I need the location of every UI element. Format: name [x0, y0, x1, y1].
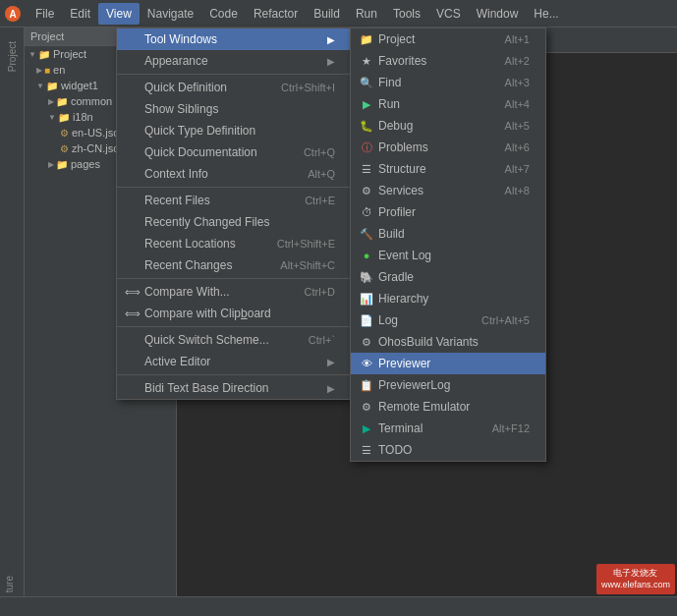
menu-run[interactable]: Run — [348, 3, 385, 25]
quick-switch-icon — [125, 332, 141, 348]
tool-windows-icon — [125, 31, 141, 47]
svg-text:A: A — [9, 9, 16, 20]
menu-compare-clipboard[interactable]: ⟺ Compare with Clipboard — [117, 303, 351, 324]
tw-build[interactable]: 🔨 Build — [351, 223, 545, 245]
tw-debug[interactable]: 🐛 Debug Alt+5 — [351, 115, 545, 137]
menu-window[interactable]: Window — [469, 3, 527, 25]
menu-recent-changes[interactable]: Recent Changes Alt+Shift+C — [117, 254, 351, 276]
quick-type-icon — [125, 123, 141, 139]
compare-clipboard-icon: ⟺ — [125, 306, 141, 321]
menu-recently-changed[interactable]: Recently Changed Files — [117, 211, 351, 233]
siblings-icon — [125, 101, 141, 117]
menu-recent-locations[interactable]: Recent Locations Ctrl+Shift+E — [117, 233, 351, 254]
menu-quick-switch[interactable]: Quick Switch Scheme... Ctrl+` — [117, 329, 351, 351]
tw-terminal[interactable]: ▶ Terminal Alt+F12 — [351, 418, 545, 439]
menu-active-editor[interactable]: Active Editor ▶ — [117, 351, 351, 372]
tw-profiler[interactable]: ⏱ Profiler — [351, 201, 545, 223]
active-editor-icon — [125, 354, 141, 369]
tw-remote-emulator-icon: ⚙ — [359, 399, 374, 415]
status-bar — [0, 596, 677, 616]
tw-previewer-log-icon: 📋 — [359, 377, 374, 393]
tw-problems[interactable]: ⓘ Problems Alt+6 — [351, 137, 545, 158]
tw-gradle-icon: 🐘 — [359, 269, 374, 285]
bidi-icon — [125, 380, 141, 396]
tw-gradle[interactable]: 🐘 Gradle — [351, 266, 545, 288]
quick-doc-icon — [125, 144, 141, 160]
appearance-icon — [125, 53, 141, 69]
tw-run[interactable]: ▶ Run Alt+4 — [351, 93, 545, 115]
bottom-sidebar: ture — [0, 28, 24, 596]
submenu-arrow: ▶ — [327, 34, 335, 45]
tw-todo-icon: ☰ — [359, 442, 374, 458]
tw-hierarchy-icon: 📊 — [359, 291, 374, 307]
tw-event-log-icon: ● — [359, 248, 374, 263]
menu-quick-type[interactable]: Quick Type Definition — [117, 120, 351, 141]
menu-edit[interactable]: Edit — [62, 3, 98, 25]
tw-find[interactable]: 🔍 Find Alt+3 — [351, 72, 545, 93]
watermark-line2: www.elefans.com — [601, 579, 670, 591]
menu-refactor[interactable]: Refactor — [246, 3, 306, 25]
menu-recent-files[interactable]: Recent Files Ctrl+E — [117, 190, 351, 211]
tw-ohos-build[interactable]: ⚙ OhosBuild Variants — [351, 331, 545, 353]
tw-log-icon: 📄 — [359, 312, 374, 328]
recent-locations-icon — [125, 236, 141, 252]
menu-build[interactable]: Build — [306, 3, 348, 25]
tw-terminal-icon: ▶ — [359, 420, 374, 436]
tw-favorites[interactable]: ★ Favorites Alt+2 — [351, 50, 545, 72]
structure-tab-label[interactable]: ture — [0, 572, 24, 596]
menu-vcs[interactable]: VCS — [428, 3, 469, 25]
tw-event-log[interactable]: ● Event Log — [351, 245, 545, 266]
separator-3 — [117, 278, 351, 279]
tw-log[interactable]: 📄 Log Ctrl+Alt+5 — [351, 309, 545, 331]
menu-quick-def[interactable]: Quick Definition Ctrl+Shift+I — [117, 77, 351, 98]
tw-previewer-log[interactable]: 📋 PreviewerLog — [351, 374, 545, 396]
compare-with-icon: ⟺ — [125, 284, 141, 300]
context-icon — [125, 166, 141, 182]
menu-appearance[interactable]: Appearance ▶ — [117, 50, 351, 72]
tw-remote-emulator[interactable]: ⚙ Remote Emulator — [351, 396, 545, 418]
tw-problems-icon: ⓘ — [359, 140, 374, 155]
menu-compare-with[interactable]: ⟺ Compare With... Ctrl+D — [117, 281, 351, 303]
submenu-arrow3: ▶ — [327, 357, 335, 367]
watermark-line1: 电子发烧友 — [601, 567, 670, 580]
menu-tool-windows[interactable]: Tool Windows ▶ — [117, 28, 351, 50]
separator-5 — [117, 374, 351, 375]
tw-hierarchy[interactable]: 📊 Hierarchy — [351, 288, 545, 309]
menu-navigate[interactable]: Navigate — [140, 3, 201, 25]
recently-changed-icon — [125, 214, 141, 230]
separator-4 — [117, 326, 351, 327]
tw-previewer[interactable]: 👁 Previewer — [351, 353, 545, 374]
tw-debug-icon: 🐛 — [359, 118, 374, 134]
separator-1 — [117, 74, 351, 75]
separator-2 — [117, 187, 351, 188]
view-menu: Tool Windows ▶ Appearance ▶ Quick Defini… — [116, 28, 352, 400]
tw-find-icon: 🔍 — [359, 75, 374, 90]
recent-changes-icon — [125, 257, 141, 273]
menu-show-siblings[interactable]: Show Siblings — [117, 98, 351, 120]
menu-help[interactable]: He... — [526, 3, 566, 25]
tool-windows-submenu: 📁 Project Alt+1 ★ Favorites Alt+2 🔍 Find… — [350, 28, 546, 462]
tw-ohos-icon: ⚙ — [359, 334, 374, 350]
tw-project[interactable]: 📁 Project Alt+1 — [351, 28, 545, 50]
tw-project-icon: 📁 — [359, 31, 374, 47]
watermark: 电子发烧友 www.elefans.com — [596, 564, 675, 594]
menu-quick-doc[interactable]: Quick Documentation Ctrl+Q — [117, 141, 351, 163]
menu-context-info[interactable]: Context Info Alt+Q — [117, 163, 351, 185]
menubar: A File Edit View Navigate Code Refactor … — [0, 0, 677, 28]
quick-def-icon — [125, 80, 141, 95]
tw-todo[interactable]: ☰ TODO — [351, 439, 545, 461]
tw-structure[interactable]: ☰ Structure Alt+7 — [351, 158, 545, 180]
menu-code[interactable]: Code — [201, 3, 246, 25]
menu-file[interactable]: File — [28, 3, 62, 25]
submenu-arrow4: ▶ — [327, 383, 335, 394]
menu-view[interactable]: View — [98, 3, 140, 25]
tw-structure-icon: ☰ — [359, 161, 374, 177]
menu-bidi[interactable]: Bidi Text Base Direction ▶ — [117, 377, 351, 399]
tw-previewer-icon: 👁 — [359, 356, 374, 371]
tw-favorites-icon: ★ — [359, 53, 374, 69]
app-logo: A — [4, 5, 22, 23]
submenu-arrow2: ▶ — [327, 56, 335, 67]
menu-tools[interactable]: Tools — [385, 3, 428, 25]
tw-services-icon: ⚙ — [359, 183, 374, 198]
tw-services[interactable]: ⚙ Services Alt+8 — [351, 180, 545, 201]
